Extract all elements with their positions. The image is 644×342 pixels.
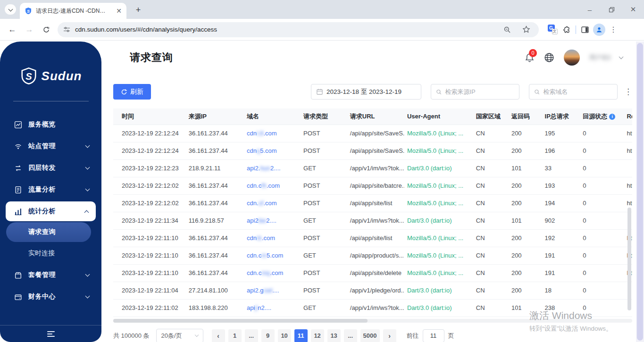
prev-page-button[interactable]: ‹: [212, 329, 225, 342]
cell-domain[interactable]: api2.gcwl....: [244, 282, 301, 299]
table-vertical-scrollbar[interactable]: [627, 208, 631, 310]
page-scrollbar[interactable]: [636, 42, 644, 342]
cell-ip-total: 33: [542, 159, 580, 177]
cell-domain[interactable]: cdn.cfh.com: [244, 177, 301, 194]
cell-domain[interactable]: api2.hun2....: [244, 159, 301, 177]
search-ip-input[interactable]: [445, 88, 514, 95]
sidebar-item-plans[interactable]: 套餐管理: [0, 264, 101, 286]
cell-domain[interactable]: cdn.cm5.com: [244, 247, 301, 264]
page-button-5000[interactable]: 5000: [360, 329, 380, 342]
forward-icon[interactable]: →: [22, 22, 37, 37]
page-size-select[interactable]: 20条/页: [156, 329, 203, 342]
favicon-shield-icon: S: [25, 7, 32, 15]
sidebar-item-traffic[interactable]: 流量分析: [0, 179, 101, 200]
omnibox[interactable]: cdn.sudun.com/users/#/cdn/analysis/query…: [58, 22, 539, 37]
sidebar-item-overview[interactable]: 服务概览: [0, 114, 101, 135]
cell-ip-total: 238: [542, 299, 580, 317]
sidebar-item-finance[interactable]: 财务中心: [0, 286, 101, 308]
tab-search-button[interactable]: [5, 4, 16, 15]
chevron-down-icon[interactable]: [619, 54, 624, 59]
new-tab-button[interactable]: +: [133, 5, 143, 15]
page-ellipsis[interactable]: ...: [245, 329, 258, 342]
cell-ip-total: 902: [542, 212, 580, 229]
sidebar-item-sites[interactable]: 站点管理: [0, 135, 101, 157]
page-button-12[interactable]: 12: [311, 329, 324, 342]
date-range-picker[interactable]: 2023-12-18 至 2023-12-19: [311, 84, 421, 100]
cell-domain[interactable]: cdn.cmq.com: [244, 264, 301, 282]
cell-domain[interactable]: apijln2....: [244, 299, 301, 317]
brand-name: Sudun: [42, 69, 82, 83]
cell-url: /app/v1/im/ws?tok...: [347, 212, 404, 229]
translate-icon[interactable]: G文: [545, 23, 560, 37]
refresh-button[interactable]: 刷新: [113, 84, 151, 100]
column-header: IP总请求: [542, 108, 580, 125]
cell-code: 200: [509, 282, 542, 299]
cell-method: POST: [301, 282, 347, 299]
sidebar-subitem[interactable]: 实时连接: [0, 242, 101, 264]
cell-region: CN: [473, 282, 509, 299]
cell-code: 200: [509, 194, 542, 212]
window-minimize-button[interactable]: –: [579, 0, 601, 19]
sidebar-menu: 服务概览站点管理四层转发流量分析统计分析请求查询实时连接套餐管理财务中心: [0, 114, 101, 308]
cell-domain[interactable]: cdnt.8.com: [244, 125, 301, 142]
cell-time: 2023-12-19 22:12:02: [113, 177, 186, 194]
chevron-down-icon: [8, 7, 13, 11]
zoom-icon[interactable]: [500, 23, 514, 37]
goto-page-input[interactable]: [423, 329, 444, 342]
cell-origin-status: 0: [580, 159, 624, 177]
main-content: 刷新 2023-12-18 至 2023-12-19 ⋮ 时间来源IP域名请求类…: [113, 74, 632, 342]
cell-ip: 36.161.237.44: [186, 142, 244, 159]
document-icon: [14, 186, 22, 194]
cell-domain[interactable]: cdnrk.com: [244, 229, 301, 247]
cell-domain[interactable]: api2bw2....: [244, 212, 301, 229]
table-row: 2023-12-19 22:12:0236.161.237.44cdn.cfh.…: [113, 177, 632, 194]
bookmark-star-icon[interactable]: [519, 23, 533, 37]
page-button-10[interactable]: 10: [278, 329, 291, 342]
sidebar-item-layer4[interactable]: 四层转发: [0, 157, 101, 179]
info-icon[interactable]: i: [609, 114, 615, 120]
next-page-button[interactable]: ›: [383, 329, 396, 342]
profile-icon[interactable]: [592, 23, 606, 37]
page-button-1[interactable]: 1: [228, 329, 242, 342]
cell-code: 200: [509, 264, 542, 282]
cell-referer: https://cdn.j5.c: [624, 125, 632, 142]
page-suffix: 页: [448, 332, 454, 340]
sidebar-item-stats[interactable]: 统计分析: [6, 201, 96, 221]
cell-region: CN: [473, 264, 509, 282]
page-button-13[interactable]: 13: [327, 329, 341, 342]
page-button-11[interactable]: 11: [294, 329, 308, 342]
side-panel-icon[interactable]: [578, 23, 592, 37]
window-restore-button[interactable]: [601, 0, 622, 19]
collapse-menu-icon[interactable]: [47, 331, 55, 337]
reload-icon[interactable]: [39, 22, 54, 37]
browser-tab[interactable]: S 请求日志-速盾CDN -CDN加速 ✕: [20, 3, 126, 19]
cell-domain[interactable]: cdn.uf.com: [244, 194, 301, 212]
window-close-button[interactable]: ✕: [622, 0, 644, 19]
back-icon[interactable]: ←: [5, 22, 20, 37]
cell-url: /api/app/site/batcre...: [347, 177, 404, 194]
site-settings-icon[interactable]: [63, 26, 70, 33]
table-row: 2023-12-19 22:11:34116.9.218.57api2bw2..…: [113, 212, 632, 229]
more-options-icon[interactable]: ⋮: [624, 87, 632, 97]
notification-bell[interactable]: 0: [525, 53, 535, 63]
url-text[interactable]: cdn.sudun.com/users/#/cdn/analysis/query…: [75, 26, 495, 33]
cell-method: POST: [301, 229, 347, 247]
language-globe[interactable]: [544, 52, 554, 63]
tab-close-icon[interactable]: ✕: [116, 8, 122, 14]
sidebar-subitem[interactable]: 请求查询: [6, 222, 91, 242]
cell-domain[interactable]: cdnq5.com: [244, 142, 301, 159]
horizontal-scrollbar[interactable]: [113, 319, 632, 323]
extensions-icon[interactable]: [560, 23, 574, 37]
search-domain-field[interactable]: [529, 84, 618, 100]
cell-ip: 36.161.237.44: [186, 177, 244, 194]
page-ellipsis[interactable]: ...: [344, 329, 357, 342]
cell-ip-total: 194: [542, 194, 580, 212]
search-domain-input[interactable]: [543, 88, 612, 95]
page-button-9[interactable]: 9: [261, 329, 275, 342]
user-avatar[interactable]: [564, 50, 580, 66]
browser-menu-icon[interactable]: ⋮: [606, 23, 620, 37]
search-ip-field[interactable]: [431, 84, 519, 100]
cell-origin-status: 0: [580, 247, 624, 264]
table-row: 2023-12-19 22:11:1036.161.237.44cdn.cm5.…: [113, 247, 632, 264]
cell-ua: Dart/3.0 (dart:io): [404, 299, 473, 317]
